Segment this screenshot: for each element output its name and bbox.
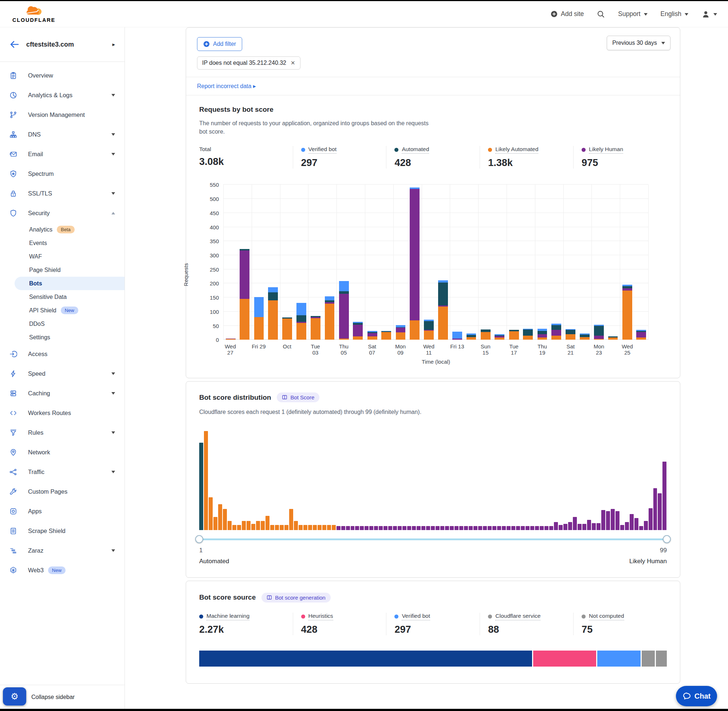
sidebar-item-version-management[interactable]: Version Management bbox=[0, 105, 124, 124]
sidebar-subitem-settings[interactable]: Settings bbox=[0, 330, 124, 344]
stacked-bar bbox=[608, 336, 618, 340]
sidebar-item-access[interactable]: Access bbox=[0, 344, 124, 364]
histogram-bar bbox=[445, 526, 449, 530]
add-filter-button[interactable]: Add filter bbox=[197, 37, 242, 51]
support-menu[interactable]: Support bbox=[618, 10, 647, 18]
account-menu[interactable] bbox=[701, 10, 717, 19]
main-content: Add filter IP does not equal 35.212.240.… bbox=[125, 27, 728, 709]
sidebar-subitem-events[interactable]: Events bbox=[0, 236, 124, 250]
collapse-sidebar-button[interactable]: Collapse sidebar bbox=[31, 694, 75, 701]
sidebar-item-ssl-tls[interactable]: SSL/TLS bbox=[0, 183, 124, 203]
chat-button[interactable]: Chat bbox=[676, 686, 717, 706]
stat-verified-bot: Verified bot297 bbox=[386, 613, 480, 635]
sidebar-item-label: Custom Pages bbox=[28, 488, 67, 495]
sidebar-item-label: Workers Routes bbox=[28, 410, 71, 416]
histogram-bar bbox=[223, 509, 227, 530]
report-incorrect-data-link[interactable]: Report incorrect data ▸ bbox=[197, 83, 256, 89]
date-range-select[interactable]: Previous 30 days bbox=[607, 36, 670, 50]
histogram-bar bbox=[322, 525, 326, 530]
sidebar-item-overview[interactable]: Overview bbox=[0, 65, 124, 85]
remove-filter-icon[interactable]: ✕ bbox=[291, 60, 295, 66]
sidebar-item-apps[interactable]: Apps bbox=[0, 501, 124, 521]
sidebar-item-traffic[interactable]: Traffic bbox=[0, 462, 124, 482]
sidebar-item-analytics-logs[interactable]: Analytics & Logs bbox=[0, 85, 124, 105]
sidebar-subitem-waf[interactable]: WAF bbox=[0, 250, 124, 263]
sidebar-item-label: Scrape Shield bbox=[28, 528, 65, 534]
histogram-bar bbox=[606, 511, 610, 530]
sidebar-subitem-analytics[interactable]: AnalyticsBeta bbox=[0, 223, 124, 236]
chart-column-group bbox=[393, 184, 422, 340]
filter-chip[interactable]: IP does not equal 35.212.240.32 ✕ bbox=[197, 56, 300, 69]
sidebar-item-security[interactable]: Security bbox=[0, 203, 124, 223]
slider-handle-min[interactable] bbox=[195, 535, 203, 543]
stat-label-machine-learning[interactable]: Machine learning bbox=[199, 613, 250, 620]
sidebar-item-custom-pages[interactable]: Custom Pages bbox=[0, 482, 124, 501]
stat-label-automated[interactable]: Automated bbox=[394, 146, 429, 153]
sidebar-item-spectrum[interactable]: Spectrum bbox=[0, 164, 124, 183]
chart-column-group bbox=[308, 184, 337, 340]
stat-label-likely-human[interactable]: Likely Human bbox=[582, 146, 623, 153]
cloudflare-logo[interactable]: CLOUDFLARE bbox=[7, 5, 61, 23]
site-switcher[interactable]: cftestsite3.com ▸ bbox=[0, 27, 124, 62]
stacked-bar bbox=[580, 333, 590, 340]
histogram-bar bbox=[431, 526, 435, 530]
stacked-bar bbox=[452, 332, 462, 340]
sidebar-subitem-sensitive-data[interactable]: Sensitive Data bbox=[0, 290, 124, 304]
stacked-bar bbox=[495, 334, 504, 340]
chart-column-group bbox=[422, 184, 450, 340]
stat-label-verified-bot[interactable]: Verified bot bbox=[394, 613, 430, 620]
histogram-bar bbox=[227, 521, 232, 530]
dns-icon bbox=[9, 131, 17, 138]
sidebar-item-workers-routes[interactable]: Workers Routes bbox=[0, 403, 124, 423]
sidebar-item-dns[interactable]: DNS bbox=[0, 124, 124, 144]
stat-label-text: Likely Automated bbox=[495, 146, 538, 153]
slider-handle-max[interactable] bbox=[663, 535, 671, 543]
sidebar-subitem-label: DDoS bbox=[29, 321, 45, 327]
stat-label-total: Total bbox=[199, 146, 211, 152]
stat-label-cloudflare-service[interactable]: Cloudflare service bbox=[488, 613, 540, 620]
bar-segment bbox=[481, 332, 490, 340]
slider-track[interactable] bbox=[199, 538, 667, 540]
histogram-bar bbox=[204, 431, 208, 530]
stat-label-heuristics[interactable]: Heuristics bbox=[301, 613, 333, 620]
back-arrow-icon[interactable] bbox=[9, 40, 19, 49]
histogram-bar bbox=[616, 511, 619, 530]
score-range-slider[interactable] bbox=[199, 535, 667, 543]
legend-dot bbox=[301, 615, 305, 618]
sidebar-item-network[interactable]: Network bbox=[0, 443, 124, 462]
distribution-card-title: Bot score distribution bbox=[199, 394, 271, 401]
sidebar-subitem-bots[interactable]: Bots bbox=[15, 277, 124, 290]
histogram-bar bbox=[237, 525, 241, 530]
sidebar-item-scrape-shield[interactable]: Scrape Shield bbox=[0, 521, 124, 541]
sidebar-subitem-api-shield[interactable]: API ShieldNew bbox=[0, 304, 124, 317]
stat-label-likely-automated[interactable]: Likely Automated bbox=[488, 146, 538, 153]
sidebar-item-caching[interactable]: Caching bbox=[0, 384, 124, 403]
quick-settings-button[interactable]: ⚙ bbox=[3, 687, 26, 705]
bar-segment bbox=[311, 318, 320, 340]
bot-score-generation-badge[interactable]: Bot score generation bbox=[261, 593, 330, 602]
stat-label-text: Total bbox=[199, 146, 211, 152]
legend-dot bbox=[488, 615, 492, 618]
sidebar-item-rules[interactable]: Rules bbox=[0, 423, 124, 443]
stat-label-verified-bot[interactable]: Verified bot bbox=[301, 146, 337, 153]
sidebar-subitem-page-shield[interactable]: Page Shield bbox=[0, 263, 124, 277]
stat-label-not-computed[interactable]: Not computed bbox=[582, 613, 624, 620]
histogram-bar bbox=[275, 525, 279, 530]
sidebar-item-label: Overview bbox=[28, 72, 53, 79]
slider-max-caption: Likely Human bbox=[629, 558, 667, 565]
search-button[interactable] bbox=[597, 10, 605, 18]
bar-segment bbox=[240, 299, 250, 340]
bot-score-badge[interactable]: Bot Score bbox=[277, 392, 319, 402]
x-tick-label: Fri 29 bbox=[252, 343, 266, 356]
histogram-bar bbox=[393, 526, 397, 530]
sidebar-item-email[interactable]: Email bbox=[0, 144, 124, 164]
sidebar-item-zaraz[interactable]: Zaraz bbox=[0, 541, 124, 560]
histogram-bar bbox=[611, 509, 615, 530]
sidebar-item-web3[interactable]: Web3New bbox=[0, 560, 124, 580]
sidebar-item-speed[interactable]: Speed bbox=[0, 364, 124, 384]
stat-label-text: Verified bot bbox=[402, 613, 430, 620]
histogram-bar bbox=[663, 462, 666, 530]
sidebar-subitem-ddos[interactable]: DDoS bbox=[0, 317, 124, 330]
language-menu[interactable]: English bbox=[661, 10, 688, 18]
add-site-button[interactable]: Add site bbox=[551, 10, 584, 18]
